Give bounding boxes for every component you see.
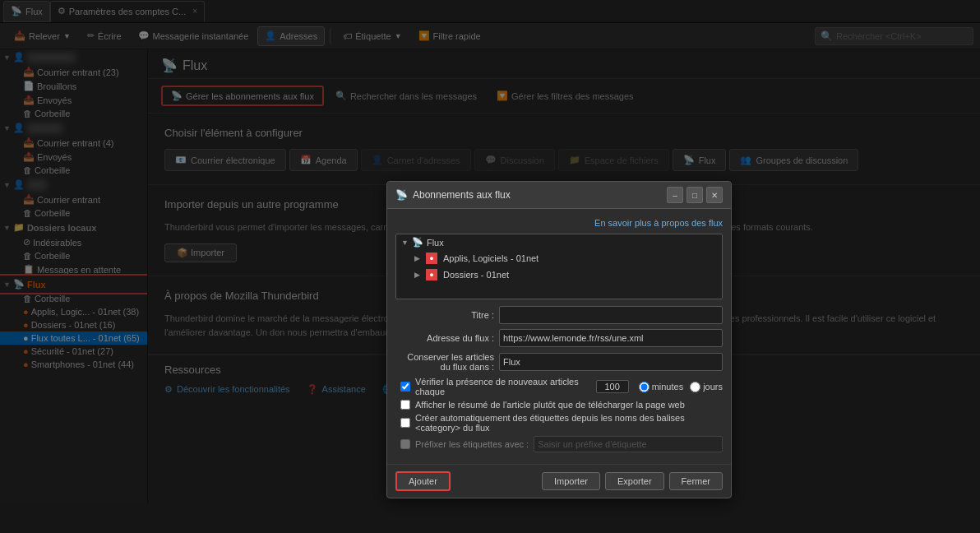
tree-arrow2-icon: ▶ (414, 254, 420, 262)
modal-close-button[interactable]: ✕ (706, 187, 723, 203)
modal-overlay: 📡 Abonnements aux flux – □ ✕ En savoir p… (0, 0, 980, 533)
form-row-titre: Titre : (395, 306, 723, 324)
modal-minimize-button[interactable]: – (667, 187, 683, 203)
modal-footer: Ajouter Importer Exporter Fermer (387, 464, 731, 498)
checkbox-row-prefixer: Préfixer les étiquettes avec : (395, 436, 723, 452)
radio-minutes-label[interactable]: minutes (639, 382, 684, 392)
modal-help-link[interactable]: En savoir plus à propos des flux (395, 217, 723, 234)
btn-fermer[interactable]: Fermer (669, 472, 723, 490)
modal-body: En savoir plus à propos des flux ▼ 📡 Flu… (387, 209, 731, 464)
checkbox-row-afficher: Afficher le résumé de l'article plutôt q… (395, 400, 723, 410)
checkbox-prefixer-label: Préfixer les étiquettes avec : (415, 439, 529, 449)
btn-importer[interactable]: Importer (542, 472, 600, 490)
tree-item-dossiers[interactable]: ▶ ● Dossiers - 01net (396, 266, 722, 283)
modal-footer-left: Ajouter (395, 471, 451, 491)
checkbox-creer[interactable] (400, 418, 410, 428)
checkbox-creer-label: Créer automatiquement des étiquettes dep… (415, 413, 723, 433)
modal-abonnements: 📡 Abonnements aux flux – □ ✕ En savoir p… (386, 181, 732, 498)
checkbox-verifier[interactable] (400, 382, 410, 392)
label-conserver: Conserver les articles du flux dans : (395, 352, 494, 372)
input-conserver[interactable] (499, 353, 723, 371)
checkbox-verifier-label: Vérifier la présence de nouveaux article… (415, 377, 591, 396)
input-count[interactable] (596, 380, 629, 393)
modal-rss-icon: 📡 (395, 189, 408, 201)
checkbox-row-verifier: Vérifier la présence de nouveaux article… (395, 377, 723, 396)
tree-rss-icon: 📡 (412, 237, 423, 248)
tree-item-flux[interactable]: ▼ 📡 Flux (396, 234, 722, 250)
btn-ajouter[interactable]: Ajouter (395, 471, 451, 491)
form-row-adresse: Adresse du flux : (395, 329, 723, 347)
radio-jours[interactable] (690, 382, 700, 392)
checkbox-afficher-label: Afficher le résumé de l'article plutôt q… (415, 400, 685, 410)
tree-arrow3-icon: ▶ (414, 271, 420, 279)
input-prefixer[interactable] (534, 436, 723, 452)
applis-badge-icon: ● (426, 253, 437, 264)
tree-collapse-icon: ▼ (401, 239, 409, 247)
modal-titlebar: 📡 Abonnements aux flux – □ ✕ (387, 182, 731, 209)
modal-title-label: Abonnements aux flux (413, 189, 662, 201)
input-titre[interactable] (499, 306, 723, 324)
modal-controls: – □ ✕ (667, 187, 723, 203)
tree-item-applis[interactable]: ▶ ● Applis, Logiciels - 01net (396, 250, 722, 266)
input-adresse[interactable] (499, 329, 723, 347)
label-adresse: Adresse du flux : (395, 333, 494, 343)
radio-group-time: minutes jours (639, 382, 723, 392)
modal-footer-right: Importer Exporter Fermer (542, 472, 723, 490)
modal-tree[interactable]: ▼ 📡 Flux ▶ ● Applis, Logiciels - 01net ▶… (395, 234, 723, 299)
form-row-conserver: Conserver les articles du flux dans : (395, 352, 723, 372)
checkbox-row-creer: Créer automatiquement des étiquettes dep… (395, 413, 723, 433)
btn-exporter[interactable]: Exporter (605, 472, 664, 490)
modal-maximize-button[interactable]: □ (686, 187, 703, 203)
label-titre: Titre : (395, 310, 494, 320)
dossiers-badge-icon: ● (426, 269, 437, 280)
checkbox-prefixer[interactable] (400, 439, 410, 449)
radio-jours-label[interactable]: jours (690, 382, 723, 392)
checkbox-afficher[interactable] (400, 400, 410, 410)
radio-minutes[interactable] (639, 382, 649, 392)
